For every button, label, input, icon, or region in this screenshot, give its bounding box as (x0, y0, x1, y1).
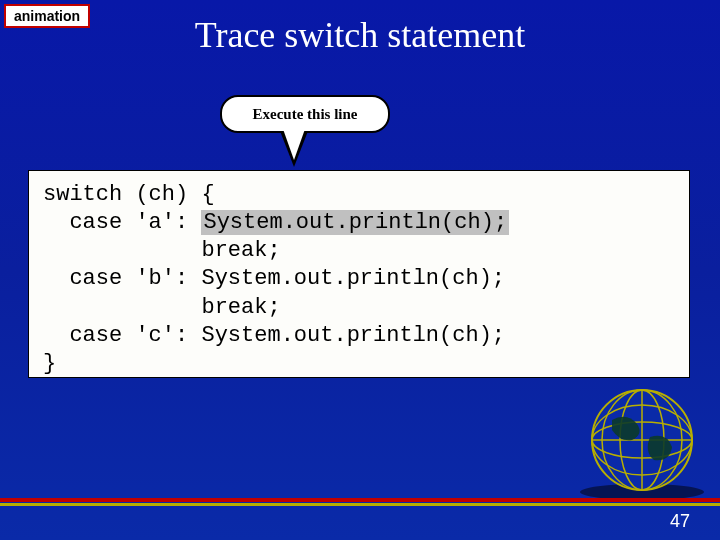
callout-bubble: Execute this line (220, 95, 390, 133)
globe-icon (572, 382, 712, 502)
code-line-7: } (43, 351, 56, 376)
code-line-5b: ; (267, 295, 280, 320)
code-block: switch (ch) { case 'a': System.out.print… (28, 170, 690, 378)
footer-divider-gold (0, 503, 720, 506)
code-line-5a: break (43, 295, 267, 320)
footer-divider-red (0, 498, 720, 502)
callout-text: Execute this line (253, 106, 358, 123)
code-line-4: case 'b': System.out.println(ch); (43, 266, 505, 291)
code-line-3: break; (43, 238, 281, 263)
code-line-2a: case 'a': (43, 210, 201, 235)
page-number: 47 (670, 511, 690, 532)
slide-title: Trace switch statement (195, 14, 526, 56)
code-line-6: case 'c': System.out.println(ch); (43, 323, 505, 348)
animation-tag: animation (4, 4, 90, 28)
code-line-1: switch (ch) { (43, 182, 215, 207)
code-line-2b-highlight: System.out.println(ch); (201, 210, 509, 235)
